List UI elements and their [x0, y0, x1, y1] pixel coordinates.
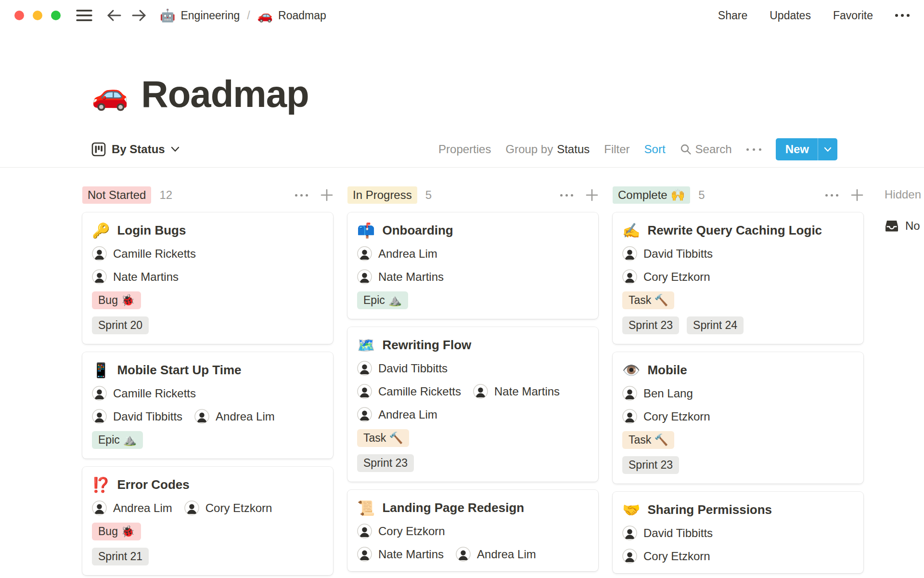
- card[interactable]: ✍️Rewrite Query Caching LogicDavid Tibbi…: [613, 212, 863, 344]
- view-switcher[interactable]: By Status: [91, 142, 180, 157]
- favorite-button[interactable]: Favorite: [833, 9, 873, 22]
- new-button-label[interactable]: New: [776, 138, 818, 160]
- card-emoji-icon: 📫: [357, 223, 375, 238]
- card[interactable]: 👁️MobileBen LangCory EtzkornTask 🔨Sprint…: [613, 352, 863, 484]
- card[interactable]: 🗺️Rewriting FlowDavid TibbittsCamille Ri…: [347, 327, 598, 482]
- back-arrow-icon[interactable]: [107, 9, 121, 22]
- column-add-card-icon[interactable]: [586, 189, 598, 201]
- card-emoji-icon: 📜: [357, 501, 375, 515]
- person-name: Ben Lang: [643, 387, 693, 400]
- avatar: [357, 547, 372, 562]
- status-badge[interactable]: In Progress: [347, 186, 417, 204]
- card-tag-row: Task 🔨: [357, 429, 589, 447]
- card[interactable]: ⁉️Error CodesAndrea LimCory EtzkornBug 🐞…: [82, 467, 333, 575]
- card-people-row: Cory Etzkorn: [622, 549, 854, 564]
- card-title-row: 🤝Sharing Permissions: [622, 502, 854, 517]
- hidden-columns-label[interactable]: Hidden: [885, 188, 924, 201]
- person-name: Andrea Lim: [113, 501, 172, 515]
- card-title: Error Codes: [117, 477, 189, 492]
- person-chip: Cory Etzkorn: [184, 500, 272, 515]
- person-chip: Nate Martins: [92, 269, 179, 284]
- column-more-icon[interactable]: [560, 194, 573, 197]
- properties-button[interactable]: Properties: [438, 143, 491, 156]
- view-toolbar-wrap: By Status Properties Group by Status Fil…: [0, 138, 924, 168]
- zoom-window-button[interactable]: [51, 11, 61, 20]
- card-people-row: Andrea LimCory Etzkorn: [92, 500, 323, 515]
- sidebar-menu-icon[interactable]: [76, 9, 92, 22]
- sort-button[interactable]: Sort: [644, 143, 666, 156]
- column-count: 5: [425, 188, 432, 202]
- forward-arrow-icon[interactable]: [132, 9, 146, 22]
- card-emoji-icon: ⁉️: [92, 478, 110, 492]
- status-badge[interactable]: Complete 🙌: [613, 186, 690, 204]
- tag-badge: Sprint 23: [622, 316, 679, 334]
- group-by-value: Status: [557, 143, 590, 156]
- breadcrumb-item-roadmap[interactable]: Roadmap: [278, 9, 326, 22]
- card-tag-row: Bug 🐞: [92, 291, 323, 309]
- tag-badge: Epic ⛰️: [357, 291, 408, 309]
- person-chip: Camille Ricketts: [357, 384, 461, 399]
- card-people-row: David Tibbitts: [357, 361, 589, 376]
- person-chip: Cory Etzkorn: [622, 549, 710, 564]
- chevron-down-icon: [171, 146, 180, 152]
- avatar: [357, 361, 372, 376]
- person-chip: David Tibbitts: [357, 361, 448, 376]
- person-name: Andrea Lim: [378, 247, 437, 261]
- avatar: [622, 386, 637, 401]
- window-titlebar: 🤖 Engineering / 🚗 Roadmap Share Updates …: [0, 0, 924, 31]
- updates-button[interactable]: Updates: [770, 9, 811, 22]
- card-title: Onboarding: [382, 223, 453, 238]
- breadcrumb-item-engineering[interactable]: Engineering: [180, 9, 240, 22]
- card-title: Rewriting Flow: [382, 338, 471, 353]
- card-people-row: Cory Etzkorn: [622, 409, 854, 424]
- person-chip: Camille Ricketts: [92, 386, 196, 401]
- card-title-row: 📜Landing Page Redesign: [357, 500, 589, 515]
- column-add-card-icon[interactable]: [851, 189, 863, 201]
- card-title: Mobile: [647, 363, 687, 378]
- card-emoji-icon: 🗺️: [357, 338, 375, 353]
- person-name: David Tibbitts: [378, 362, 448, 375]
- card-emoji-icon: 👁️: [622, 363, 640, 378]
- column-more-icon[interactable]: [295, 194, 308, 197]
- group-by-button[interactable]: Group by Status: [505, 143, 590, 156]
- close-window-button[interactable]: [14, 11, 24, 20]
- tag-badge: Sprint 20: [92, 316, 149, 334]
- tag-badge: Sprint 24: [687, 316, 744, 334]
- new-button-chevron-icon[interactable]: [818, 138, 837, 160]
- avatar: [357, 246, 372, 261]
- person-name: Cory Etzkorn: [643, 410, 710, 423]
- more-options-icon[interactable]: [895, 14, 910, 17]
- person-name: Andrea Lim: [216, 410, 275, 423]
- column-more-icon[interactable]: [825, 194, 838, 197]
- card[interactable]: 📱Mobile Start Up TimeCamille RickettsDav…: [82, 352, 333, 459]
- person-name: Camille Ricketts: [113, 387, 196, 400]
- avatar: [92, 269, 107, 284]
- search-label: Search: [695, 143, 732, 156]
- card[interactable]: 🤝Sharing PermissionsDavid TibbittsCory E…: [613, 492, 863, 573]
- share-button[interactable]: Share: [718, 9, 747, 22]
- column-count: 5: [698, 188, 705, 202]
- minimize-window-button[interactable]: [33, 11, 42, 20]
- view-more-options-icon[interactable]: [746, 148, 761, 151]
- card[interactable]: 🔑Login BugsCamille RickettsNate MartinsB…: [82, 212, 333, 344]
- filter-button[interactable]: Filter: [604, 143, 629, 156]
- new-button[interactable]: New: [776, 138, 837, 160]
- person-chip: Camille Ricketts: [92, 246, 196, 261]
- column-header-actions: [295, 189, 333, 201]
- card[interactable]: 📫OnboardingAndrea LimNate MartinsEpic ⛰️: [347, 212, 598, 319]
- tag-badge: Epic ⛰️: [92, 431, 143, 449]
- card-people-row: Camille Ricketts: [92, 246, 323, 261]
- view-toolbar: By Status Properties Group by Status Fil…: [91, 138, 837, 160]
- card-tag-row: Epic ⛰️: [92, 431, 323, 449]
- hidden-group-row[interactable]: No: [885, 219, 924, 233]
- person-name: David Tibbitts: [643, 526, 713, 540]
- person-name: Nate Martins: [378, 548, 444, 561]
- search-button[interactable]: Search: [680, 143, 732, 156]
- card-tag-row: Task 🔨: [622, 291, 854, 309]
- card-tag-row: Epic ⛰️: [357, 291, 589, 309]
- card-people-row: Nate Martins: [357, 269, 589, 284]
- card[interactable]: 📜Landing Page RedesignCory EtzkornNate M…: [347, 490, 598, 571]
- inbox-tray-icon: [885, 219, 899, 233]
- column-add-card-icon[interactable]: [321, 189, 333, 201]
- status-badge[interactable]: Not Started: [82, 186, 151, 204]
